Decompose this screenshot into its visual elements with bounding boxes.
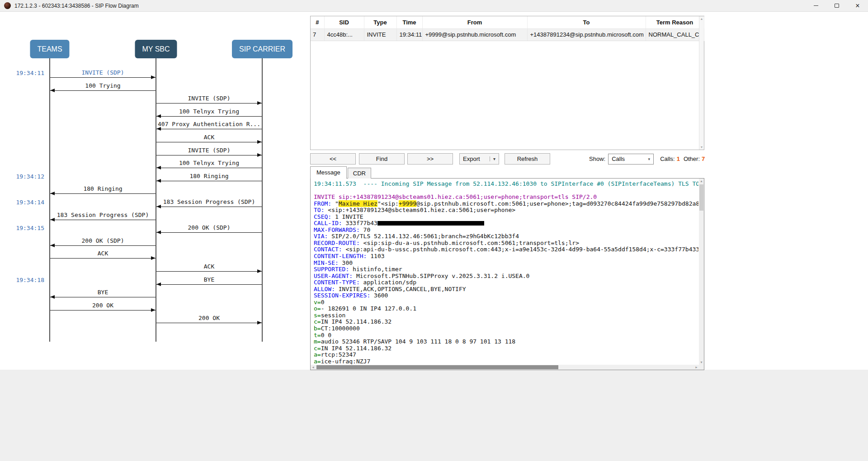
arrowhead-icon: [50, 295, 55, 299]
message-label: INVITE (SDP): [188, 95, 231, 102]
message-arrow: [156, 168, 262, 168]
horizontal-scroll-thumb[interactable]: [316, 365, 558, 369]
text-segment: RECORD-ROUTE:: [314, 240, 360, 246]
scroll-down-icon: ▼: [699, 361, 704, 364]
minimize-button[interactable]: [806, 0, 826, 11]
message-label: INVITE (SDP): [82, 69, 124, 76]
close-icon: ×: [855, 2, 859, 9]
arrowhead-icon: [50, 244, 55, 247]
col-header-time[interactable]: Time: [396, 16, 422, 28]
sip-message-line: TO: <sip:+14387891234@sbcteams01.hiez.ca…: [314, 207, 698, 214]
text-segment: TO:: [314, 207, 324, 213]
scroll-up-icon: ▲: [699, 17, 704, 20]
text-segment: SESSION-EXPIRES:: [314, 292, 370, 299]
maximize-button[interactable]: [826, 0, 847, 11]
message-label: 100 Trying: [85, 82, 120, 89]
arrowhead-icon: [156, 166, 161, 169]
message-label: BYE: [98, 289, 108, 296]
sip-message-line: c=IN IP4 52.114.186.32: [314, 319, 698, 325]
show-select[interactable]: Calls ▾: [608, 154, 654, 165]
toolbar: << Find >> Export ▾ Refresh Show: Calls …: [310, 153, 866, 165]
arrowhead-icon: [50, 218, 55, 221]
text-segment: s=: [314, 312, 321, 319]
find-button[interactable]: Find: [359, 153, 405, 165]
text-segment: 1103: [367, 253, 384, 259]
col-header-from[interactable]: From: [422, 16, 527, 28]
text-segment: a=: [314, 358, 321, 364]
text-segment: 1 INVITE: [331, 213, 363, 220]
col-header-type[interactable]: Type: [364, 16, 396, 28]
sip-message-line: MAX-FORWARDS: 70: [314, 227, 698, 234]
arrowhead-icon: [50, 89, 55, 92]
sip-message-line: m=audio 52346 RTP/SAVP 104 9 103 111 18 …: [314, 339, 698, 345]
titlebar: 172.1.2.3 - 602343:14:3438586 - SIP Flow…: [0, 0, 868, 12]
calls-table: #SIDTypeTimeFromToTerm Reason74cc48b:...…: [311, 16, 704, 41]
message-arrow: [156, 323, 262, 323]
vertical-scroll-thumb[interactable]: [699, 184, 703, 211]
text-segment: histinfo,timer: [349, 266, 402, 273]
text-segment: 0 0: [321, 332, 331, 339]
table-scrollbar[interactable]: ▲ ▼: [699, 16, 704, 150]
text-segment: +9999: [399, 200, 416, 207]
close-button[interactable]: ×: [847, 0, 868, 11]
show-label: Show:: [589, 155, 605, 162]
message-arrow: [156, 116, 262, 117]
sip-message-line: CONTENT-LENGTH: 1103: [314, 253, 698, 260]
entity-teams: TEAMS: [30, 40, 69, 58]
sort-indicator-icon[interactable]: ⌄: [316, 18, 319, 22]
sip-message-line: a=ice-ufrag:NZJ7: [314, 358, 698, 364]
sip-message-line: INVITE sip:+14387891234@sbcteams01.hiez.…: [314, 194, 698, 201]
next-button[interactable]: >>: [407, 153, 453, 165]
text-segment: MIN-SE:: [314, 259, 339, 266]
tab-cdr[interactable]: CDR: [348, 168, 371, 179]
text-segment: CONTENT-TYPE:: [314, 279, 360, 286]
maximize-icon: [835, 4, 839, 8]
message-arrow: [50, 193, 156, 194]
message-label: ACK: [98, 250, 108, 257]
message-vertical-scrollbar[interactable]: ▲ ▼: [699, 179, 704, 365]
text-segment: INVITE sip:+14387891234@sbcteams01.hiez.…: [314, 193, 597, 200]
text-segment: c=: [314, 345, 321, 352]
text-segment: SUPPORTED:: [314, 266, 349, 273]
sip-message-line: a=rtcp:52347: [314, 352, 698, 358]
message-timestamp: 19:34:12: [4, 173, 44, 180]
sip-message-line: USER-AGENT: Microsoft.PSTNHub.SIPProxy v…: [314, 273, 698, 280]
calls-count: Calls:1: [660, 155, 680, 162]
text-segment: IN IP4 52.114.186.32: [321, 345, 392, 352]
text-segment: audio 52346 RTP/SAVP 104 9 103 111 18 0 …: [321, 338, 515, 345]
arrowhead-icon: [257, 269, 262, 273]
export-button[interactable]: Export ▾: [459, 153, 499, 165]
text-segment: m=: [314, 338, 321, 345]
prev-button[interactable]: <<: [310, 153, 356, 165]
message-horizontal-scrollbar[interactable]: ◄ ►: [311, 365, 699, 370]
col-header-sid[interactable]: SID: [324, 16, 364, 28]
text-segment: rtcp:52347: [321, 351, 356, 358]
sip-message-panel[interactable]: 19:34:11.573 ---- Incoming SIP Message f…: [310, 178, 704, 370]
text-segment: ALLOW:: [314, 286, 335, 292]
message-label: 407 Proxy Authentication R...: [158, 121, 260, 127]
message-label: 180 Ringing: [189, 173, 228, 179]
text-segment: MAX-FORWARDS:: [314, 226, 360, 233]
text-segment: CALL-ID:: [314, 220, 342, 226]
message-arrow: [50, 90, 156, 91]
sip-message-line: v=0: [314, 299, 698, 306]
sip-message-line: CSEQ: 1 INVITE: [314, 214, 698, 221]
table-row[interactable]: 74cc48b:...INVITE19:34:11+9999@sip.pstnh…: [311, 28, 704, 41]
message-arrow: [156, 155, 262, 155]
refresh-button[interactable]: Refresh: [505, 153, 550, 165]
message-label: 200 OK: [92, 302, 113, 309]
col-header-term-reason[interactable]: Term Reason: [646, 16, 704, 28]
tab-message[interactable]: Message: [310, 166, 347, 179]
message-label: 180 Ringing: [83, 185, 122, 192]
entity-my-sbc: MY SBC: [135, 40, 177, 58]
message-label: 200 OK (SDP): [188, 224, 231, 231]
message-label: ACK: [204, 263, 214, 270]
col-header-to[interactable]: To: [527, 16, 646, 28]
calls-count-value: 1: [677, 155, 680, 162]
message-label: 100 Telnyx Trying: [179, 160, 239, 166]
text-segment: session: [321, 312, 346, 319]
text-segment: ice-ufrag:NZJ7: [321, 358, 371, 364]
message-timestamp: 19:34:11: [4, 70, 44, 76]
message-arrow: [50, 258, 156, 259]
sip-message-line: t=0 0: [314, 332, 698, 339]
